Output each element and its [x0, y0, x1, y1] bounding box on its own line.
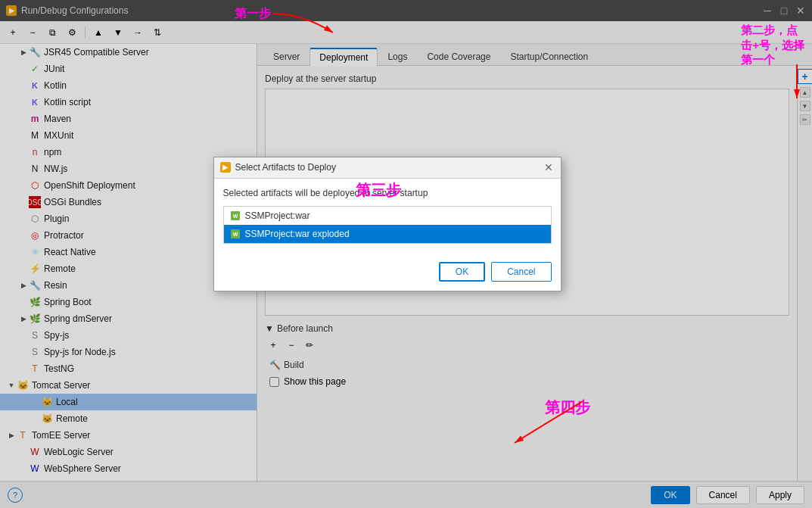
modal-body: Selected artifacts will be deployed at s… [214, 179, 561, 262]
modal-item-label: SSMProject:war [245, 210, 310, 221]
modal-close-button[interactable]: ✕ [543, 161, 555, 173]
modal-title-bar: ▶ Select Artifacts to Deploy ✕ [214, 157, 561, 179]
modal-title-left: ▶ Select Artifacts to Deploy [220, 162, 336, 173]
war-icon: W [230, 210, 241, 221]
svg-text:W: W [232, 232, 238, 237]
modal-title: Select Artifacts to Deploy [235, 162, 336, 173]
modal-description: Selected artifacts will be deployed at s… [223, 188, 552, 198]
modal-list-item-war-exploded[interactable]: W SSMProject:war exploded [224, 225, 551, 243]
modal-title-icon: ▶ [220, 162, 231, 173]
modal-item-label: SSMProject:war exploded [245, 229, 350, 239]
modal-list-item-war[interactable]: W SSMProject:war [224, 207, 551, 225]
svg-text:W: W [232, 213, 238, 219]
modal-ok-button[interactable]: OK [439, 262, 485, 282]
modal-dialog: ▶ Select Artifacts to Deploy ✕ Selected … [213, 157, 562, 291]
modal-overlay: ▶ Select Artifacts to Deploy ✕ Selected … [0, 0, 812, 508]
main-window: ▶ Run/Debug Configurations ─ □ ✕ + − ⧉ ⚙… [0, 0, 812, 508]
modal-cancel-button[interactable]: Cancel [491, 262, 551, 282]
modal-footer: OK Cancel [214, 262, 561, 291]
war-exploded-icon: W [230, 229, 241, 239]
modal-artifact-list[interactable]: W SSMProject:war W SSMProject:war explod… [223, 206, 552, 244]
